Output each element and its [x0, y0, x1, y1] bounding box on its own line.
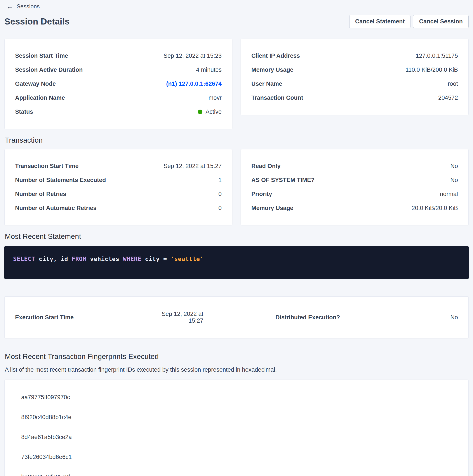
- info-row: Memory Usage110.0 KiB/200.0 KiB: [251, 63, 458, 77]
- info-value: 1: [218, 177, 222, 184]
- distributed-execution-label: Distributed Execution?: [203, 314, 358, 321]
- info-value: 0: [218, 205, 222, 212]
- header-actions: Cancel Statement Cancel Session: [349, 15, 469, 28]
- execution-start-time-label: Execution Start Time: [15, 314, 148, 321]
- fingerprint-item: 73fe26034bd6e6c1: [15, 447, 458, 467]
- status-value: Active: [198, 108, 222, 115]
- client-info-card: Client IP Address127.0.0.1:51175Memory U…: [241, 39, 469, 115]
- session-summary-grid: Session Start TimeSep 12, 2022 at 15:23S…: [4, 39, 469, 129]
- transaction-meta-card: Read OnlyNoAS OF SYSTEM TIME?NoPriorityn…: [241, 149, 469, 225]
- info-row: User Nameroot: [251, 77, 458, 91]
- info-label: Application Name: [15, 95, 65, 101]
- sql-statement: SELECT city, id FROM vehicles WHERE city…: [13, 255, 460, 262]
- sql-statement-box: SELECT city, id FROM vehicles WHERE city…: [4, 246, 469, 279]
- transaction-grid: Transaction Start TimeSep 12, 2022 at 15…: [4, 149, 469, 225]
- info-value: normal: [440, 191, 458, 198]
- status-text: Active: [205, 108, 222, 115]
- info-row: Gateway Node(n1) 127.0.0.1:62674: [15, 77, 222, 91]
- sql-token-string: 'seattle': [171, 255, 204, 262]
- info-value: 204572: [438, 95, 458, 101]
- info-row: Transaction Count204572: [251, 91, 458, 105]
- info-label: Gateway Node: [15, 81, 56, 87]
- info-label: Session Active Duration: [15, 67, 83, 73]
- info-row: Application Namemovr: [15, 91, 222, 105]
- info-label: Client IP Address: [251, 52, 300, 59]
- sql-token-keyword: FROM: [72, 255, 86, 262]
- info-row: Prioritynormal: [251, 187, 458, 201]
- info-label: User Name: [251, 81, 282, 87]
- sql-token-plain: city =: [141, 255, 170, 262]
- info-value: root: [448, 81, 458, 87]
- breadcrumb-back-sessions[interactable]: ← Sessions: [4, 1, 42, 12]
- statement-section-heading: Most Recent Statement: [5, 232, 469, 241]
- cancel-statement-button[interactable]: Cancel Statement: [349, 15, 411, 28]
- fingerprints-section-heading: Most Recent Transaction Fingerprints Exe…: [5, 352, 469, 361]
- info-label: Number of Automatic Retries: [15, 205, 97, 212]
- info-label: Status: [15, 108, 33, 115]
- cancel-session-button[interactable]: Cancel Session: [413, 15, 469, 28]
- fingerprint-item: be06e9570f785c9f: [15, 467, 458, 476]
- info-label: Transaction Count: [251, 95, 303, 101]
- info-row: AS OF SYSTEM TIME?No: [251, 173, 458, 187]
- info-value: Sep 12, 2022 at 15:23: [163, 52, 222, 59]
- session-details-page: ← Sessions Session Details Cancel Statem…: [0, 0, 473, 476]
- info-row: Number of Statements Executed1: [15, 173, 222, 187]
- info-row: Number of Automatic Retries0: [15, 201, 222, 215]
- info-label: Number of Retries: [15, 191, 66, 198]
- info-value: movr: [209, 95, 222, 101]
- transaction-info-card: Transaction Start TimeSep 12, 2022 at 15…: [4, 149, 232, 225]
- info-value: 20.0 KiB/20.0 KiB: [412, 205, 458, 212]
- info-row: Read OnlyNo: [251, 159, 458, 173]
- info-value: 127.0.0.1:51175: [416, 52, 458, 59]
- execution-start-time-value: Sep 12, 2022 at 15:27: [148, 311, 203, 324]
- info-value: Sep 12, 2022 at 15:27: [163, 163, 222, 170]
- info-label: Transaction Start Time: [15, 163, 79, 170]
- info-label: AS OF SYSTEM TIME?: [251, 177, 315, 184]
- sql-token-plain: city, id: [35, 255, 72, 262]
- info-row: Client IP Address127.0.0.1:51175: [251, 49, 458, 63]
- fingerprint-item: aa79775ff097970c: [15, 387, 458, 407]
- info-label: Number of Statements Executed: [15, 177, 106, 184]
- status-active-dot-icon: [198, 110, 202, 114]
- info-row: Session Start TimeSep 12, 2022 at 15:23: [15, 49, 222, 63]
- info-label: Memory Usage: [251, 67, 293, 73]
- info-label: Read Only: [251, 163, 281, 170]
- info-value: 0: [218, 191, 222, 198]
- fingerprint-item: 8f920c40d88b1c4e: [15, 407, 458, 427]
- fingerprints-description: A list of the most recent transaction fi…: [5, 366, 469, 373]
- gateway-node-link[interactable]: (n1) 127.0.0.1:62674: [166, 81, 222, 87]
- breadcrumb-label: Sessions: [16, 3, 40, 10]
- info-row: Number of Retries0: [15, 187, 222, 201]
- info-value: No: [450, 163, 458, 170]
- info-label: Session Start Time: [15, 52, 68, 59]
- execution-card: Execution Start Time Sep 12, 2022 at 15:…: [4, 296, 469, 339]
- sql-token-plain: vehicles: [86, 255, 123, 262]
- info-value: 4 minutes: [196, 67, 222, 73]
- back-arrow-icon: ←: [7, 3, 13, 10]
- info-label: Memory Usage: [251, 205, 293, 212]
- info-row: Memory Usage20.0 KiB/20.0 KiB: [251, 201, 458, 215]
- info-value: 110.0 KiB/200.0 KiB: [406, 67, 458, 73]
- page-header: Session Details Cancel Statement Cancel …: [4, 15, 469, 28]
- info-row: Session Active Duration4 minutes: [15, 63, 222, 77]
- session-info-card: Session Start TimeSep 12, 2022 at 15:23S…: [4, 39, 232, 129]
- fingerprints-card: aa79775ff097970c8f920c40d88b1c4e8d4ae61a…: [4, 380, 469, 476]
- distributed-execution-value: No: [358, 314, 458, 321]
- fingerprint-item: 8d4ae61a5fb3ce2a: [15, 427, 458, 447]
- info-row: StatusActive: [15, 105, 222, 119]
- info-value: No: [450, 177, 458, 184]
- page-title: Session Details: [4, 17, 70, 26]
- sql-token-keyword: WHERE: [123, 255, 141, 262]
- info-label: Priority: [251, 191, 272, 198]
- sql-token-keyword: SELECT: [13, 255, 35, 262]
- info-row: Transaction Start TimeSep 12, 2022 at 15…: [15, 159, 222, 173]
- transaction-section-heading: Transaction: [5, 136, 469, 144]
